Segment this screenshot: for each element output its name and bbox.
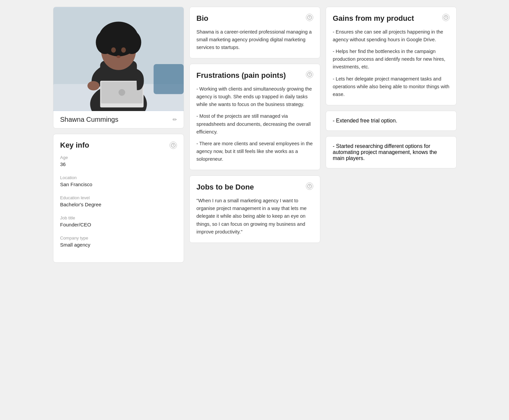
svg-point-11 [117,55,121,58]
bio-title: Bio [196,14,215,23]
industry-experience-card: - Started researching different options … [326,136,457,168]
svg-point-8 [105,24,132,43]
age-field: Age 36 [60,155,177,171]
location-value: San Francisco [60,181,177,191]
buying-decisions-card: - Extended free trial option. [326,111,457,131]
profile-name: Shawna Cummings [60,116,118,123]
svg-point-20 [309,18,310,18]
job-title-field: Job title Founder/CEO [60,215,177,231]
lightbulb-icon-bio [307,15,312,20]
frustration-2: - Most of the projects are still managed… [196,112,313,136]
profile-image-container [53,7,184,111]
lightbulb-icon-jobs [307,184,312,189]
lightbulb-icon-frustrations [307,72,312,77]
profile-image [53,7,184,111]
svg-point-10 [121,47,126,53]
svg-point-9 [111,47,116,53]
frustrations-header: Frustrations (pain points) [196,71,313,81]
gains-header: Gains from my product [333,14,450,23]
svg-point-26 [446,18,446,18]
education-field: Education level Bachelor's Degree [60,195,177,211]
bio-card: Bio Shawna is a career-oriented professi… [189,7,320,58]
jobs-hint-icon[interactable] [306,182,313,190]
jobs-body: "When I run a small marketing agency I w… [196,197,313,236]
key-info-hint-icon[interactable] [170,142,177,149]
key-info-title: Key info [60,141,89,150]
job-title-value: Founder/CEO [60,222,177,231]
frustrations-body: - Working with clients and simultaneousl… [196,85,313,163]
profile-card: Shawna Cummings ✏ [53,7,184,128]
lightbulb-icon-gains [444,15,448,20]
lightbulb-icon [171,143,176,148]
profile-name-row: Shawna Cummings ✏ [53,111,184,128]
right-column: Gains from my product - Ensures she can … [326,7,457,263]
svg-point-15 [119,89,125,96]
svg-point-22 [309,75,310,76]
gain-2: - Helps her find the bottlenecks in the … [333,48,450,71]
key-info-header: Key info [60,141,177,150]
job-title-label: Job title [60,215,177,220]
jobs-title: Jobs to be Done [196,182,261,192]
frustrations-card: Frustrations (pain points) - Working wit… [189,64,320,170]
frustrations-title: Frustrations (pain points) [196,71,292,81]
age-value: 36 [60,161,177,171]
middle-column: Bio Shawna is a career-oriented professi… [189,7,320,263]
edit-icon[interactable]: ✏ [173,116,177,123]
bio-text: Shawna is a career-oriented professional… [196,28,313,52]
jobs-header: Jobs to be Done [196,182,313,192]
gains-title: Gains from my product [333,14,421,23]
gain-3: - Lets her delegate project management t… [333,75,450,99]
age-label: Age [60,155,177,160]
gains-hint-icon[interactable] [442,14,450,21]
jobs-card: Jobs to be Done "When I run a small mark… [189,175,320,243]
svg-point-18 [173,146,173,146]
company-type-label: Company type [60,235,177,241]
gains-card: Gains from my product - Ensures she can … [326,7,457,105]
education-value: Bachelor's Degree [60,202,177,211]
bio-header: Bio [196,14,313,23]
svg-rect-16 [153,64,184,94]
bio-hint-icon[interactable] [306,14,313,21]
company-type-field: Company type Small agency [60,235,177,252]
location-field: Location San Francisco [60,175,177,191]
bio-body: Shawna is a career-oriented professional… [196,28,313,52]
company-type-value: Small agency [60,242,177,252]
gain-1: - Ensures she can see all projects happe… [333,28,450,44]
jobs-text: "When I run a small marketing agency I w… [196,197,313,236]
svg-point-12 [87,81,99,91]
svg-point-24 [309,187,310,188]
key-info-card: Key info Age 36 Location San Francisco [53,134,184,263]
location-label: Location [60,175,177,180]
frustrations-hint-icon[interactable] [306,71,313,78]
education-label: Education level [60,195,177,200]
frustration-1: - Working with clients and simultaneousl… [196,85,313,109]
left-column: Shawna Cummings ✏ Key info Age 36 [53,7,184,263]
frustration-3: - There are more clients and several emp… [196,140,313,163]
gains-body: - Ensures she can see all projects happe… [333,28,450,99]
